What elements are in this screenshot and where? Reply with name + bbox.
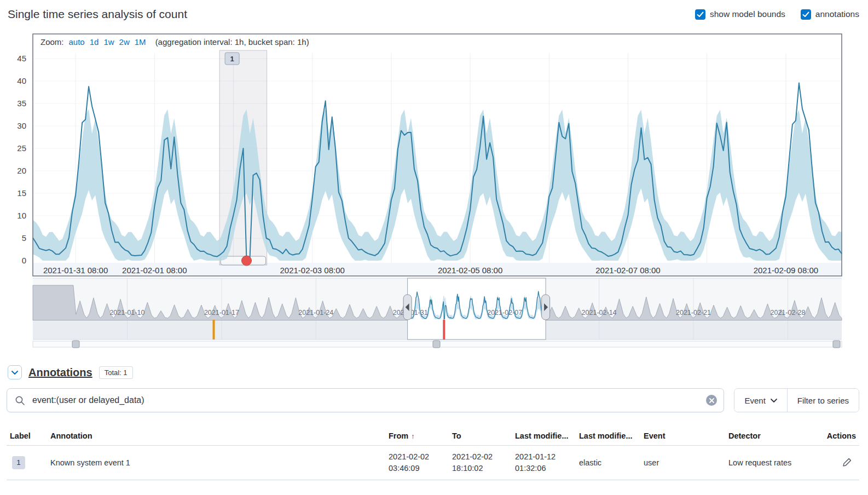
svg-text:2021-01-31 08:00: 2021-01-31 08:00 — [43, 266, 108, 275]
svg-text:40: 40 — [17, 76, 26, 85]
page-title: Single time series analysis of count — [8, 8, 187, 21]
chevron-down-icon — [11, 371, 18, 375]
zoom-controls: Zoom: auto 1d 1w 2w 1M (aggregation inte… — [40, 37, 309, 47]
brush-right-handle[interactable] — [542, 295, 550, 320]
top-bar: Single time series analysis of count sho… — [0, 0, 868, 21]
svg-text:25: 25 — [17, 143, 26, 153]
detector-cell: Low request rates — [725, 457, 807, 469]
edit-annotation-button[interactable] — [841, 456, 854, 470]
svg-text:2021-02-14: 2021-02-14 — [582, 309, 617, 316]
brush-left-handle[interactable] — [403, 295, 412, 320]
svg-text:2021-02-07: 2021-02-07 — [487, 309, 522, 316]
column-header-actions: Actions — [807, 431, 859, 440]
svg-text:10: 10 — [17, 211, 26, 220]
svg-text:2021-02-05 08:00: 2021-02-05 08:00 — [438, 266, 502, 275]
scrollbar-handle[interactable] — [433, 341, 440, 348]
event-cell: user — [640, 457, 725, 469]
annotations-checkbox[interactable]: annotations — [801, 9, 859, 20]
from-cell: 2021-02-02 03:46:09 — [385, 451, 449, 474]
checkbox-checked-icon — [695, 9, 705, 20]
svg-text:2021-01-10: 2021-01-10 — [109, 309, 144, 316]
annotations-search-box — [7, 388, 724, 412]
svg-text:2021-02-01 08:00: 2021-02-01 08:00 — [122, 266, 187, 275]
svg-text:2021-02-03 08:00: 2021-02-03 08:00 — [280, 266, 344, 275]
annotations-collapse-button[interactable] — [8, 365, 22, 379]
annotations-table: Label Annotation From ↑ To Last modifie.… — [7, 427, 859, 480]
focus-and-context-chart[interactable]: 10510152025303540452021-01-31 08:002021-… — [0, 28, 868, 349]
zoom-auto-link[interactable]: auto — [69, 37, 85, 47]
svg-text:35: 35 — [17, 99, 26, 108]
event-filter-button[interactable]: Event — [734, 389, 786, 412]
column-header-from[interactable]: From ↑ — [385, 431, 449, 440]
svg-text:0: 0 — [22, 256, 26, 265]
close-icon — [709, 398, 714, 403]
chevron-down-icon — [771, 399, 777, 402]
search-input[interactable] — [31, 395, 700, 406]
aggregation-note: (aggregation interval: 1h, bucket span: … — [155, 37, 309, 47]
svg-text:2021-02-21: 2021-02-21 — [676, 309, 711, 316]
chart-svg[interactable]: 10510152025303540452021-01-31 08:002021-… — [0, 28, 868, 349]
annotations-section-header: Annotations Total: 1 — [8, 365, 868, 379]
y-axis-labels: 051015202530354045 — [17, 54, 26, 265]
column-header-detector[interactable]: Detector — [725, 431, 807, 440]
annotations-filter-row: Event Filter to series — [7, 388, 859, 412]
scrollbar-handle[interactable] — [72, 341, 79, 348]
column-header-event[interactable]: Event — [640, 431, 725, 440]
last-modified-by-cell: elastic — [576, 457, 640, 469]
zoom-1w-link[interactable]: 1w — [103, 37, 114, 47]
annotations-filter-group: Event Filter to series — [734, 388, 859, 412]
swimlane-anomaly-tick[interactable] — [443, 320, 445, 339]
column-header-from-label: From — [389, 431, 408, 440]
svg-text:1: 1 — [230, 55, 234, 63]
table-row: 1 Known system event 1 2021-02-02 03:46:… — [7, 446, 859, 480]
svg-text:45: 45 — [17, 54, 26, 63]
svg-text:2021-02-07 08:00: 2021-02-07 08:00 — [595, 266, 660, 275]
timeseries-viewer: Zoom: auto 1d 1w 2w 1M (aggregation inte… — [0, 28, 868, 349]
zoom-label: Zoom: — [40, 37, 64, 47]
filter-to-series-button[interactable]: Filter to series — [787, 389, 859, 412]
chart-options: show model bounds annotations — [695, 9, 859, 20]
column-header-last-modified-by[interactable]: Last modifie... — [576, 431, 640, 440]
last-modified-date-cell: 2021-01-12 01:32:06 — [512, 451, 576, 474]
column-header-annotation[interactable]: Annotation — [47, 431, 385, 440]
svg-text:2021-01-17: 2021-01-17 — [204, 309, 239, 316]
annotations-table-header: Label Annotation From ↑ To Last modifie.… — [7, 427, 859, 446]
annotation-label-badge: 1 — [12, 456, 25, 469]
to-cell: 2021-02-02 18:10:02 — [449, 451, 512, 474]
svg-text:2021-02-28: 2021-02-28 — [771, 309, 806, 316]
annotations-total-badge: Total: 1 — [99, 366, 133, 379]
svg-text:30: 30 — [17, 121, 26, 130]
zoom-1M-link[interactable]: 1M — [135, 37, 146, 47]
zoom-1d-link[interactable]: 1d — [90, 37, 99, 47]
anomaly-marker[interactable] — [242, 256, 252, 266]
svg-text:2021-01-24: 2021-01-24 — [298, 309, 333, 316]
swimlane-anomaly-tick[interactable] — [213, 320, 215, 339]
annotations-heading[interactable]: Annotations — [28, 366, 92, 379]
svg-text:2021-02-09 08:00: 2021-02-09 08:00 — [754, 266, 818, 275]
show-model-bounds-checkbox[interactable]: show model bounds — [695, 9, 785, 20]
clear-search-button[interactable] — [706, 395, 717, 406]
column-header-last-modified-date[interactable]: Last modifie... — [512, 431, 576, 440]
column-header-to[interactable]: To — [449, 431, 512, 440]
svg-text:20: 20 — [17, 166, 26, 175]
single-metric-viewer-page: Single time series analysis of count sho… — [0, 0, 868, 495]
event-filter-label: Event — [744, 396, 765, 405]
show-model-bounds-label: show model bounds — [710, 9, 785, 19]
zoom-2w-link[interactable]: 2w — [119, 37, 130, 47]
annotation-cell: Known system event 1 — [47, 457, 385, 469]
model-bounds-band — [33, 109, 842, 261]
checkbox-checked-icon — [801, 9, 811, 20]
sort-ascending-icon: ↑ — [411, 432, 415, 440]
svg-text:5: 5 — [22, 233, 26, 243]
scrollbar-handle[interactable] — [833, 341, 840, 348]
annotations-checkbox-label: annotations — [815, 9, 859, 19]
search-icon — [15, 395, 25, 406]
svg-text:15: 15 — [17, 188, 26, 198]
pencil-icon — [842, 457, 852, 467]
column-header-label[interactable]: Label — [7, 431, 47, 440]
